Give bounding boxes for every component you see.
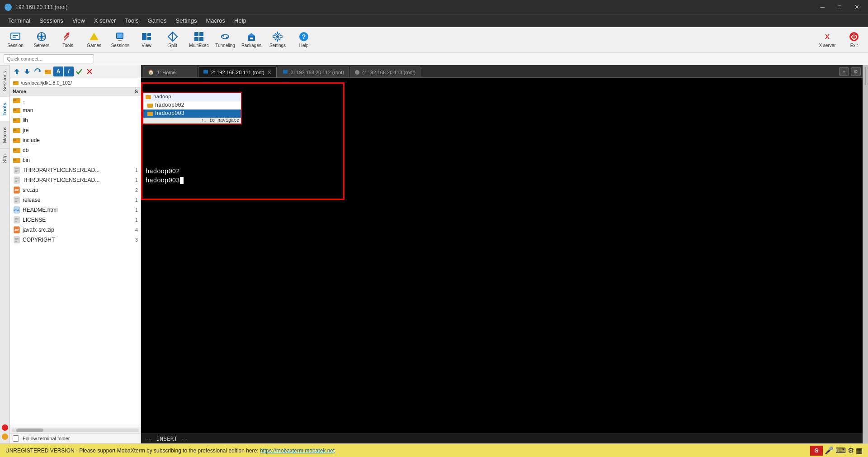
toolbar-split[interactable]: Split — [160, 29, 185, 51]
toolbar-xserver-label: X server — [819, 43, 835, 48]
tab-settings-btn[interactable]: ⚙ — [851, 67, 861, 76]
toolbar-session[interactable]: Session — [3, 29, 28, 51]
file-item[interactable]: ZIPjavafx-src.zip4 — [10, 225, 141, 235]
file-size-10: 1 — [125, 197, 138, 203]
menu-item-view[interactable]: View — [68, 15, 90, 26]
file-refresh-btn[interactable] — [33, 67, 42, 76]
toolbar-exit[interactable]: ⏻ Exit — [843, 29, 865, 51]
file-item[interactable]: LICENSE1 — [10, 215, 141, 225]
main-area: Sessions Tools Macros Sftp — [0, 65, 868, 443]
svg-rect-17 — [194, 32, 198, 36]
follow-checkbox[interactable] — [13, 435, 19, 442]
status-link[interactable]: https://mobaxterm.mobatek.net — [260, 447, 335, 454]
file-textmode-btn[interactable]: A — [53, 67, 63, 76]
menu-item-tools[interactable]: Tools — [120, 15, 143, 26]
menu-item-terminal[interactable]: Terminal — [4, 15, 35, 26]
toolbar-multiexec[interactable]: MultiExec — [186, 29, 212, 51]
file-item[interactable]: HTMLREADME.html1 — [10, 205, 141, 215]
file-item[interactable]: ZIPsrc.zip2 — [10, 185, 141, 195]
file-icon-3 — [13, 126, 21, 134]
grid-icon[interactable]: ▦ — [856, 446, 863, 455]
menu-item-settings[interactable]: Settings — [171, 15, 202, 26]
toolbar-tools[interactable]: Tools — [55, 29, 80, 51]
quick-connect-input[interactable] — [4, 54, 94, 63]
file-list: ..manlibjreincludedbbinTHIRDPARTYLICENSE… — [10, 95, 141, 427]
file-icon-6 — [13, 156, 21, 164]
status-text: UNREGISTERED VERSION - Please support Mo… — [5, 447, 259, 454]
sidebar-tab-macros[interactable]: Macros — [0, 121, 9, 148]
file-item[interactable]: .. — [10, 95, 141, 105]
tab-close-1[interactable]: ✕ — [267, 69, 272, 76]
toolbar-games[interactable]: Games — [81, 29, 107, 51]
sidebar-tab-tools[interactable]: Tools — [0, 97, 9, 121]
ac-item-1[interactable]: hadoop003 — [143, 109, 241, 118]
toolbar-view[interactable]: View — [134, 29, 159, 51]
terminal-tab-0[interactable]: 🏠1: Home — [143, 67, 197, 77]
file-newfolder-btn[interactable] — [43, 67, 53, 76]
file-item[interactable]: include — [10, 135, 141, 145]
file-item[interactable]: man — [10, 105, 141, 115]
file-panel: A I /usr/local/jdk1.8.0_102/ Name S — [10, 65, 141, 443]
tab-new-btn[interactable]: + — [839, 67, 849, 76]
toolbar-packages[interactable]: Packages — [239, 29, 264, 51]
window-title: 192.168.20.111 (root) — [15, 4, 816, 10]
mic-icon[interactable]: 🎤 — [825, 446, 834, 455]
toolbar-tunneling[interactable]: Tunneling — [212, 29, 238, 51]
menu-item-macros[interactable]: Macros — [201, 15, 230, 26]
keyboard-icon[interactable]: ⌨ — [835, 446, 846, 455]
terminal-content[interactable]: hadoop hadoop002 hadoop003 ↑↓ to navigat… — [141, 78, 863, 433]
file-delete-btn[interactable] — [85, 67, 94, 76]
toolbar-servers[interactable]: Servers — [29, 29, 54, 51]
file-binmode-btn[interactable]: I — [64, 67, 74, 76]
file-item[interactable]: COPYRIGHT3 — [10, 235, 141, 245]
sidebar-tabs: Sessions Tools Macros Sftp — [0, 65, 10, 443]
file-upload-btn[interactable] — [12, 67, 22, 76]
toolbar-settings-label: Settings — [269, 43, 286, 48]
file-item[interactable]: THIRDPARTYLICENSEREAD...1 — [10, 175, 141, 185]
lang-badge[interactable]: S — [810, 446, 823, 456]
file-download-btn[interactable] — [22, 67, 32, 76]
menu-item-games[interactable]: Games — [143, 15, 171, 26]
ac-item-0[interactable]: hadoop002 — [143, 101, 241, 109]
menu-item-help[interactable]: Help — [230, 15, 251, 26]
sidebar-tab-sessions[interactable]: Sessions — [0, 65, 9, 97]
svg-rect-20 — [199, 37, 203, 41]
file-item[interactable]: THIRDPARTYLICENSEREAD...1 — [10, 165, 141, 175]
autocomplete-popup[interactable]: hadoop hadoop002 hadoop003 ↑↓ to navigat… — [142, 92, 242, 124]
file-check-btn[interactable] — [74, 67, 84, 76]
file-scrollbar[interactable] — [10, 427, 141, 433]
file-item[interactable]: bin — [10, 155, 141, 165]
terminal-tab-1[interactable]: 2: 192.168.20.111 (root)✕ — [198, 67, 277, 77]
file-name-2: lib — [23, 117, 123, 124]
file-icon-14 — [13, 236, 21, 244]
minimize-button[interactable]: ─ — [816, 3, 829, 12]
tab-label-0: 1: Home — [157, 70, 176, 75]
dot-orange — [2, 433, 8, 440]
toolbar-tunneling-label: Tunneling — [215, 43, 235, 48]
toolbar-xserver[interactable]: X X server — [814, 29, 841, 51]
file-item[interactable]: release1 — [10, 195, 141, 205]
toolbar-help[interactable]: ? Help — [291, 29, 316, 51]
terminal-tab-3[interactable]: 4: 192.168.20.113 (root) — [350, 67, 420, 77]
maximize-button[interactable]: □ — [833, 3, 846, 12]
follow-label[interactable]: Follow terminal folder — [23, 436, 70, 441]
sidebar-tab-sftp[interactable]: Sftp — [0, 148, 9, 169]
file-item[interactable]: jre — [10, 125, 141, 135]
svg-rect-43 — [13, 109, 16, 111]
terminal-tab-2[interactable]: 3: 192.168.20.112 (root) — [278, 67, 349, 77]
svg-rect-15 — [147, 37, 151, 40]
file-bottom: Follow terminal folder — [10, 433, 141, 443]
xserver-icon: X — [822, 31, 833, 42]
svg-rect-12 — [118, 40, 122, 41]
file-item[interactable]: db — [10, 145, 141, 155]
menu-item-sessions[interactable]: Sessions — [35, 15, 68, 26]
settings2-icon[interactable]: ⚙ — [848, 446, 854, 455]
toolbar-sessions[interactable]: Sessions — [108, 29, 133, 51]
menu-item-x server[interactable]: X server — [90, 15, 120, 26]
file-item[interactable]: lib — [10, 115, 141, 125]
toolbar-settings[interactable]: Settings — [265, 29, 290, 51]
svg-rect-1 — [13, 35, 18, 36]
close-button[interactable]: ✕ — [850, 3, 863, 12]
file-header: Name S — [10, 88, 141, 95]
scroll-thumb[interactable] — [16, 428, 43, 432]
